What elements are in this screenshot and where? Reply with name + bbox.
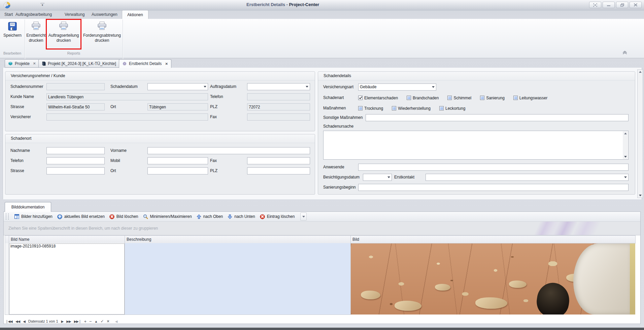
schadenort-strasse-field[interactable] bbox=[46, 167, 105, 174]
mobil-field[interactable] bbox=[147, 157, 208, 164]
eintrag-loeschen-button[interactable]: Eintrag löschen bbox=[258, 213, 297, 220]
close-tab-icon[interactable]: ✕ bbox=[33, 62, 36, 65]
schadenort-fax-label: Fax bbox=[210, 157, 217, 164]
plz-field[interactable] bbox=[247, 103, 310, 110]
nav-edit-button[interactable]: ▲ bbox=[95, 320, 98, 323]
checkbox-schimmel[interactable]: Schimmel bbox=[447, 96, 471, 100]
record-navigator: ❘◀◀ ◀◀ ◀ Datensatz 1 von 1 ▶ ▶▶ ▶▶❘ + − … bbox=[5, 318, 117, 324]
delete-circle-icon bbox=[260, 214, 265, 219]
sonstige-massnahmen-field[interactable] bbox=[366, 114, 629, 121]
schadenort-ort-field[interactable] bbox=[147, 167, 208, 174]
checkbox-elementarschaden[interactable]: Elementarschaden bbox=[358, 96, 398, 100]
nach-unten-button[interactable]: nach Unten bbox=[225, 213, 257, 220]
print-forderungsabtretung-button[interactable]: Forderungsabtretungdrucken bbox=[82, 20, 122, 55]
schadenursache-textarea[interactable] bbox=[323, 131, 629, 160]
restore-button[interactable] bbox=[616, 2, 628, 8]
doc-tab-projekte[interactable]: Projekte ✕ bbox=[5, 59, 39, 68]
schadenort-strasse-label: Strasse bbox=[10, 167, 24, 174]
cell-bild-name[interactable]: image-20210910-085918 bbox=[9, 243, 125, 315]
column-header-beschreibung[interactable]: Beschreibung bbox=[125, 235, 351, 243]
nav-cancel-button[interactable]: ✕ bbox=[107, 319, 109, 324]
hscroll-left-icon[interactable]: ◀ bbox=[115, 320, 117, 323]
doc-tab-erstbericht-details[interactable]: Erstbericht Details ✕ bbox=[119, 59, 171, 68]
schadenort-plz-field[interactable] bbox=[247, 167, 310, 174]
erstkontakt-combo[interactable] bbox=[426, 174, 629, 181]
besichtigungsdatum-combo[interactable] bbox=[363, 174, 392, 181]
minimieren-maximieren-button[interactable]: Minimieren/Maximieren bbox=[141, 213, 194, 220]
auftragsdatum-combo[interactable] bbox=[247, 83, 310, 90]
nav-next-button[interactable]: ▶ bbox=[61, 320, 64, 323]
collapse-ribbon-icon[interactable] bbox=[622, 50, 629, 55]
column-header-bild-name[interactable]: Bild Name bbox=[9, 235, 125, 243]
ribbon-tab-auftragsbearbeitung[interactable]: Auftragsbearbeitung bbox=[13, 10, 54, 19]
checkbox-leitungswasser[interactable]: Leitungswasser bbox=[513, 96, 547, 100]
aktuelles-bild-ersetzen-button[interactable]: aktuelles Bild ersetzen bbox=[55, 213, 107, 220]
tab-bilddokumentation[interactable]: Bilddokumentation bbox=[5, 202, 51, 212]
chevron-down-icon[interactable] bbox=[304, 84, 310, 90]
nachname-label: Nachname bbox=[10, 147, 30, 154]
sanierungsbeginn-field[interactable] bbox=[358, 184, 629, 191]
dark-object-in-photo bbox=[535, 281, 571, 315]
strasse-field[interactable] bbox=[46, 103, 105, 110]
ribbon-tab-auswertungen[interactable]: Auswertungen bbox=[90, 10, 120, 19]
nav-append-button[interactable]: + bbox=[84, 319, 86, 324]
nav-delete-button[interactable]: − bbox=[89, 319, 92, 324]
schadendatum-combo[interactable] bbox=[147, 83, 208, 90]
ribbon-tab-aktionen[interactable]: Aktionen bbox=[122, 10, 148, 19]
minimize-button[interactable] bbox=[603, 2, 615, 8]
versicherer-field[interactable] bbox=[46, 113, 208, 121]
massnahmen-label: Maßnahmen bbox=[323, 105, 346, 112]
kunde-name-field[interactable] bbox=[46, 93, 208, 100]
close-tab-icon[interactable]: ✕ bbox=[165, 62, 168, 66]
nav-prev-button[interactable]: ◀ bbox=[23, 320, 25, 323]
cell-beschreibung[interactable] bbox=[125, 243, 351, 315]
save-button[interactable]: Speichern bbox=[2, 20, 23, 55]
nachname-field[interactable] bbox=[46, 147, 105, 154]
cell-bild-photo[interactable] bbox=[351, 243, 635, 315]
telefon-field[interactable] bbox=[247, 93, 310, 100]
toolbar-drag-handle[interactable] bbox=[6, 213, 9, 220]
ort-field[interactable] bbox=[147, 103, 208, 110]
bild-loeschen-button[interactable]: Bild löschen bbox=[107, 213, 141, 220]
group-title: Schadendetails bbox=[318, 72, 635, 80]
versicherungsart-combo[interactable]: Gebäude bbox=[358, 84, 436, 91]
fax-field[interactable] bbox=[247, 113, 310, 121]
toolbar-label: nach Oben bbox=[203, 214, 223, 219]
nav-last-button[interactable]: ▶▶❘ bbox=[74, 320, 81, 323]
chevron-down-icon[interactable] bbox=[202, 84, 208, 90]
erstkontakt-label: Erstkontakt bbox=[394, 174, 414, 181]
nav-next-page-button[interactable]: ▶▶ bbox=[66, 320, 71, 323]
vorname-field[interactable] bbox=[147, 147, 310, 154]
form-vertical-scrollbar[interactable] bbox=[637, 69, 643, 198]
magnifier-icon bbox=[143, 214, 148, 219]
ribbon-tab-start[interactable]: Start bbox=[2, 10, 15, 19]
doc-tab-label: Erstbericht Details bbox=[129, 61, 162, 66]
chevron-down-icon[interactable] bbox=[622, 174, 628, 180]
nav-prev-page-button[interactable]: ◀◀ bbox=[15, 320, 20, 323]
nav-first-button[interactable]: ❘◀◀ bbox=[5, 320, 12, 323]
checkbox-wiederherstellung[interactable]: Wiederherstellung bbox=[392, 106, 431, 111]
checkbox-trocknung[interactable]: Trocknung bbox=[358, 106, 383, 111]
chevron-down-icon[interactable] bbox=[386, 174, 392, 180]
ribbon-tab-verwaltung[interactable]: Verwaltung bbox=[63, 10, 87, 19]
print-erstbericht-button[interactable]: Erstberichtdrucken bbox=[26, 20, 46, 55]
schadensnummer-field[interactable] bbox=[46, 83, 105, 90]
checkbox-sanierung[interactable]: Sanierung bbox=[480, 96, 505, 100]
fullscreen-button[interactable] bbox=[589, 2, 601, 8]
bilder-hinzufuegen-button[interactable]: Bilder hinzufügen bbox=[12, 213, 55, 220]
anwesende-field[interactable] bbox=[358, 164, 629, 171]
group-by-panel[interactable]: Ziehen Sie eine Spaltenüberschrift in di… bbox=[4, 222, 640, 235]
toolbar-overflow-button[interactable] bbox=[300, 212, 307, 221]
toolbar-label: aktuelles Bild ersetzen bbox=[64, 214, 105, 219]
textarea-scrollbar[interactable] bbox=[623, 131, 628, 159]
schadenort-fax-field[interactable] bbox=[247, 157, 310, 164]
checkbox-brandschaden[interactable]: Brandschaden bbox=[407, 96, 439, 100]
schadenort-telefon-field[interactable] bbox=[46, 157, 105, 164]
nach-oben-button[interactable]: nach Oben bbox=[194, 213, 226, 220]
close-button[interactable] bbox=[630, 2, 642, 8]
doc-tab-projekt-k2024-3[interactable]: Projekt [K_2024-3] [K_LK-TÜ_Kirchte] ✕ bbox=[38, 59, 126, 68]
chevron-down-icon[interactable] bbox=[430, 84, 436, 90]
column-header-bild[interactable]: Bild bbox=[350, 235, 636, 243]
checkbox-leckortung[interactable]: Leckortung bbox=[439, 106, 465, 111]
nav-endedit-button[interactable]: ✓ bbox=[100, 319, 103, 324]
